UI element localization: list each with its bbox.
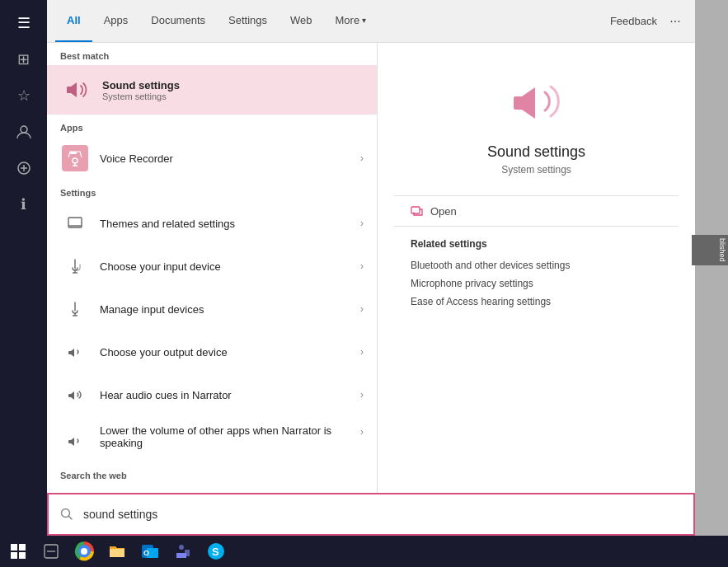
start-button[interactable]: [3, 537, 33, 566]
open-button[interactable]: Open: [411, 199, 695, 223]
detail-panel: Sound settings System settings Open Rela…: [377, 43, 695, 493]
best-match-subtitle: System settings: [102, 91, 364, 101]
microphone-privacy-link[interactable]: Microphone privacy settings: [411, 274, 679, 293]
results-panel: Best match Sound settings System setting…: [47, 43, 377, 493]
choose-input-item[interactable]: Choose your input device ›: [47, 245, 377, 288]
detail-title: Sound settings: [487, 143, 585, 161]
tab-apps[interactable]: Apps: [92, 0, 140, 42]
sidebar-person-icon[interactable]: [7, 115, 40, 148]
web-section-label: Search the web: [47, 462, 377, 485]
audio-cues-arrow: ›: [360, 389, 364, 401]
best-match-item[interactable]: Sound settings System settings: [47, 65, 377, 115]
audio-cues-title: Hear audio cues in Narrator: [100, 389, 350, 401]
related-settings-section: Related settings Bluetooth and other dev…: [411, 238, 679, 311]
choose-input-text: Choose your input device: [100, 260, 350, 273]
audio-cues-icon: [60, 380, 90, 410]
svg-point-0: [21, 126, 27, 133]
choose-output-title: Choose your output device: [100, 346, 350, 358]
sidebar-plus-icon[interactable]: [7, 152, 40, 185]
svg-line-18: [69, 517, 73, 520]
content-area: Best match Sound settings System setting…: [47, 43, 695, 493]
svg-point-26: [81, 548, 87, 555]
svg-point-30: [179, 545, 184, 550]
taskbar-explorer-icon[interactable]: [102, 537, 132, 566]
choose-input-title: Choose your input device: [100, 260, 350, 273]
themes-arrow: ›: [360, 218, 364, 229]
detail-subtitle: System settings: [501, 164, 571, 176]
settings-section-label: Settings: [47, 180, 377, 202]
feedback-button[interactable]: Feedback: [604, 12, 664, 30]
audio-cues-item[interactable]: Hear audio cues in Narrator ›: [47, 373, 377, 416]
choose-output-text: Choose your output device: [100, 346, 350, 358]
best-match-text: Sound settings System settings: [102, 79, 364, 101]
sidebar-menu-icon[interactable]: ☰: [7, 7, 40, 40]
best-match-label: Best match: [47, 43, 377, 65]
choose-input-arrow: ›: [360, 260, 364, 272]
taskbar-skype-icon[interactable]: S: [201, 537, 231, 566]
svg-text:S: S: [212, 546, 219, 558]
search-bar: [47, 493, 695, 536]
svg-point-6: [73, 158, 77, 163]
tab-settings[interactable]: Settings: [217, 0, 279, 42]
tab-documents[interactable]: Documents: [139, 0, 217, 42]
chevron-down-icon: ▾: [362, 16, 366, 25]
tab-all[interactable]: All: [55, 0, 92, 42]
left-sidebar: ☰ ⊞ ☆ ℹ: [0, 0, 47, 536]
sidebar-star-icon[interactable]: ☆: [7, 79, 40, 112]
lower-volume-icon: [60, 426, 90, 456]
manage-input-title: Manage input devices: [100, 303, 350, 316]
voice-recorder-text: Voice Recorder: [100, 152, 350, 165]
voice-recorder-arrow: ›: [360, 152, 364, 164]
choose-input-icon: [60, 251, 90, 281]
search-input[interactable]: [83, 508, 683, 521]
taskbar-teams-icon[interactable]: [168, 537, 198, 566]
detail-sound-icon: [504, 68, 570, 134]
themes-settings-item[interactable]: Themes and related settings ›: [47, 202, 377, 245]
svg-rect-20: [19, 544, 26, 551]
lower-volume-text: Lower the volume of other apps when Narr…: [100, 424, 350, 449]
apps-section-label: Apps: [47, 115, 377, 137]
more-options-button[interactable]: ···: [664, 10, 687, 33]
choose-output-arrow: ›: [360, 346, 364, 358]
tab-more[interactable]: More ▾: [324, 0, 378, 42]
svg-text:O: O: [143, 549, 149, 557]
related-settings-label: Related settings: [411, 238, 679, 250]
taskbar-chrome-icon[interactable]: [69, 537, 99, 566]
choose-output-icon: [60, 337, 90, 367]
sound-settings-icon: [63, 75, 92, 105]
voice-recorder-item[interactable]: Voice Recorder ›: [47, 137, 377, 180]
ease-access-link[interactable]: Ease of Access hearing settings: [411, 293, 679, 311]
svg-rect-16: [411, 207, 420, 213]
audio-cues-text: Hear audio cues in Narrator: [100, 389, 350, 401]
sidebar-grid-icon[interactable]: ⊞: [7, 43, 40, 76]
sidebar-info-icon[interactable]: ℹ: [7, 188, 40, 221]
themes-icon: [60, 209, 90, 238]
voice-recorder-icon: [60, 143, 90, 173]
themes-title: Themes and related settings: [100, 218, 350, 230]
search-panel: All Apps Documents Settings Web More ▾ F…: [47, 0, 695, 536]
bluetooth-settings-link[interactable]: Bluetooth and other devices settings: [411, 256, 679, 274]
svg-rect-21: [11, 552, 17, 559]
manage-input-arrow: ›: [360, 303, 364, 315]
svg-rect-22: [19, 552, 26, 559]
lower-volume-title: Lower the volume of other apps when Narr…: [100, 424, 350, 449]
best-match-title: Sound settings: [102, 79, 364, 91]
manage-input-text: Manage input devices: [100, 303, 350, 316]
lower-volume-arrow: ›: [360, 426, 364, 438]
tab-web[interactable]: Web: [279, 0, 324, 42]
web-search-item[interactable]: sound - See web results ›: [47, 485, 377, 493]
manage-input-item[interactable]: Manage input devices ›: [47, 288, 377, 330]
published-badge: blished: [692, 235, 728, 265]
search-bar-icon: [59, 506, 75, 522]
lower-volume-item[interactable]: Lower the volume of other apps when Narr…: [47, 416, 377, 462]
themes-text: Themes and related settings: [100, 218, 350, 230]
svg-rect-19: [11, 544, 17, 551]
taskbar-outlook-icon[interactable]: O: [135, 537, 165, 566]
taskbar-search-button[interactable]: [36, 537, 66, 566]
taskbar: O S: [0, 536, 728, 567]
choose-output-item[interactable]: Choose your output device ›: [47, 330, 377, 373]
manage-input-icon: [60, 294, 90, 324]
tabs-bar: All Apps Documents Settings Web More ▾ F…: [47, 0, 695, 43]
voice-recorder-title: Voice Recorder: [100, 152, 350, 165]
